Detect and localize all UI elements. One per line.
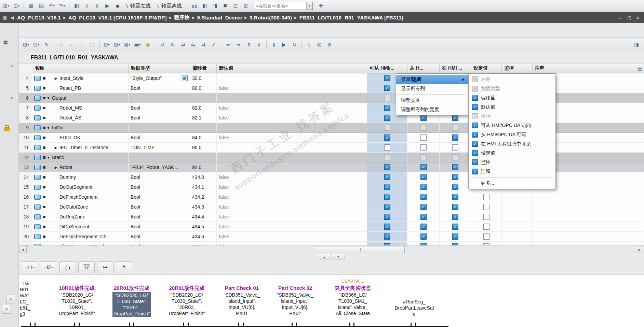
hmi-writable-checkbox[interactable] (420, 154, 427, 160)
horizontal-scrollbar[interactable]: ◀ ▶ (18, 245, 644, 253)
submenu-item[interactable]: ✓默认值 (469, 102, 555, 112)
hmi-visible-checkbox[interactable]: ✓ (452, 214, 458, 220)
search-dropdown-icon[interactable]: ▾ (306, 2, 312, 10)
hmi-accessible-checkbox[interactable]: ✓ (384, 224, 390, 230)
hmi-visible-checkbox[interactable]: ✓ (452, 194, 458, 200)
hmi-writable-checkbox[interactable]: ✓ (420, 224, 427, 230)
window-right-icon[interactable]: ◨ (210, 1, 220, 11)
column-header-name[interactable]: 名称 (32, 63, 129, 73)
new-project-icon[interactable]: ⊞▾ (1, 1, 11, 11)
nav-forward-icon[interactable]: ⇒ (234, 40, 243, 49)
submenu-item[interactable]: ✓从 HMI/OPC UA 可写 (469, 130, 555, 139)
goto-previous-icon[interactable]: ↺ (158, 40, 167, 49)
consistency-check-icon[interactable]: ✓ (209, 40, 218, 49)
column-visibility-checkbox[interactable]: ✓ (472, 159, 478, 165)
hmi-accessible-checkbox[interactable]: ✓ (384, 75, 390, 81)
hmi-accessible-checkbox[interactable]: ✓ (384, 115, 390, 121)
menu-item[interactable]: 显示所有列 (396, 84, 468, 93)
submenu-item[interactable]: ✓设定值 (469, 148, 555, 158)
hmi-writable-checkbox[interactable] (420, 134, 427, 141)
column-header-setpoint[interactable]: 设定值 (471, 63, 502, 73)
column-header-hmi-writable[interactable]: 从 H... (407, 63, 440, 73)
hmi-accessible-checkbox[interactable] (384, 154, 390, 160)
no-contact-button[interactable]: ⊣ ⊢ (22, 261, 38, 273)
column-visibility-checkbox[interactable]: ✓ (472, 104, 478, 110)
start-cpu-icon[interactable]: ▶ (103, 1, 112, 11)
monitoring-glasses-icon[interactable]: ◎ (314, 40, 324, 49)
hmi-visible-checkbox[interactable] (452, 154, 458, 160)
table-row[interactable]: 21DiDoSegment_CheckBool434.7false✓✓✓ (18, 242, 644, 245)
ladder-element[interactable]: 20R01放件完成"SDB2020_LG/TL030_State"."20R02… (162, 285, 212, 316)
menu-item[interactable]: 调整宽度 (396, 96, 468, 105)
hmi-visible-checkbox[interactable]: ✓ (452, 164, 458, 170)
hmi-accessible-checkbox[interactable] (384, 125, 390, 131)
submenu-item[interactable]: ✓偏移量 (469, 93, 555, 102)
submenu-item[interactable]: ✓监控 (469, 158, 555, 167)
table-row[interactable]: 18DoReqZoneBool434.4false✓✓✓ (18, 212, 644, 222)
ladder-element[interactable]: Part Check 01"SDB351_Valve_Island_Input"… (215, 285, 268, 316)
search-input[interactable] (254, 3, 306, 9)
go-online-button[interactable]: ϟ转至在线 (123, 2, 153, 10)
open-branch-button[interactable]: ↦ (97, 261, 113, 273)
submenu-item[interactable]: 保持 (469, 112, 555, 121)
hmi-accessible-checkbox[interactable] (384, 144, 390, 151)
hmi-accessible-checkbox[interactable]: ✓ (384, 204, 390, 210)
hmi-visible-checkbox[interactable]: ✓ (452, 174, 458, 180)
hmi-writable-checkbox[interactable]: ✓ (420, 174, 427, 180)
setpoint-checkbox[interactable] (483, 224, 489, 230)
split-vertical-icon[interactable]: ⊞ (241, 1, 251, 11)
ladder-element[interactable]: #RunSeg_DropPartLeaveSafe (384, 285, 445, 317)
hmi-visible-checkbox[interactable] (452, 125, 458, 131)
collapse-networks-icon[interactable]: ≡ (56, 40, 66, 49)
breadcrumb-item[interactable]: AQ_PLC10_V15.1 [CPU 1516F-3 PN/DP] (68, 15, 167, 20)
insert-row-icon[interactable]: ⊞▾ (102, 40, 111, 49)
ladder-element[interactable]: 10R01放件完成"SDB2020_LG/TL030_State"."10R01… (51, 285, 103, 316)
column-visibility-checkbox[interactable]: ✓ (472, 123, 478, 128)
breadcrumb-item[interactable]: 5.Standad_Device (197, 15, 242, 20)
column-visibility-checkbox[interactable]: ✓ (472, 86, 478, 91)
breadcrumb-item[interactable]: AQ_PLC10_V15.1 (17, 15, 61, 20)
scroll-left-icon[interactable]: ◀ (19, 246, 27, 253)
hmi-accessible-checkbox[interactable] (384, 95, 390, 101)
rename-icon[interactable]: ✎ (42, 40, 51, 49)
add-row-icon[interactable]: ⊞▾ (112, 40, 122, 49)
nav-back-icon[interactable]: ⇐ (224, 40, 233, 49)
column-header-offset[interactable]: 偏移量 (190, 63, 217, 73)
setpoint-checkbox[interactable] (483, 204, 489, 210)
submenu-item[interactable]: ✓在 HMI 工程组态中可见 (469, 139, 555, 148)
submenu-item[interactable]: 更多... (469, 179, 555, 188)
enable-outputs-icon[interactable]: ▶ (279, 40, 289, 49)
undo-icon[interactable]: ↶▾ (47, 1, 56, 11)
breadcrumb-item[interactable]: 程序块 (174, 14, 190, 21)
nav-up-icon[interactable]: ⇑ (244, 40, 254, 49)
setpoint-checkbox[interactable] (483, 194, 489, 200)
hmi-accessible-checkbox[interactable]: ✓ (384, 85, 390, 91)
scroll-right-icon[interactable]: ▶ (636, 246, 643, 253)
close-editor-icon[interactable]: ✖ (220, 1, 230, 11)
empty-box-button[interactable]: ?? (78, 261, 95, 273)
snapshot-icon[interactable]: ◉ (143, 40, 152, 49)
column-visibility-checkbox[interactable]: ✓ (472, 150, 478, 156)
submenu-item[interactable]: ✓注释 (469, 167, 555, 176)
ladder-element[interactable]: DBX8790.1夹具全夹紧状态"IDB366_LG/TL030_SM1_Isl… (322, 285, 384, 316)
maximize-editor-icon[interactable]: ◨ (632, 40, 641, 49)
expand-arrow-icon[interactable]: ▶ (53, 146, 59, 150)
nc-contact-button[interactable]: ⊣/⊢ (41, 261, 57, 273)
column-visibility-checkbox[interactable]: ✓ (472, 169, 478, 174)
hmi-visible-checkbox[interactable]: ✓ (452, 134, 458, 141)
column-visibility-checkbox[interactable]: ✓ (472, 132, 478, 138)
column-visibility-checkbox[interactable] (472, 113, 478, 119)
restore-button[interactable]: □ (628, 15, 631, 20)
collapse-arrow-icon[interactable]: ▼ (45, 156, 51, 159)
hmi-accessible-checkbox[interactable]: ✓ (384, 105, 390, 111)
hmi-writable-checkbox[interactable]: ✓ (420, 194, 427, 200)
find-replace-icon[interactable]: ab (190, 1, 199, 11)
cross-reference2-icon[interactable]: ⇆ (188, 40, 198, 49)
redo-icon[interactable]: ↷▾ (57, 1, 67, 11)
column-header-comment[interactable]: 注释 (533, 63, 644, 73)
breadcrumb-item[interactable]: FB311_LG/TL010_R01_YASKAWA [FB311] (299, 15, 403, 20)
save-project-icon[interactable]: ▦ (26, 1, 36, 11)
cross-reference-icon[interactable]: ⇄ (178, 40, 188, 49)
ladder-element[interactable]: Part Check 02"SDB351_Valve_Island_Input"… (269, 285, 322, 316)
submenu-item[interactable]: ✓数据类型 (469, 84, 555, 93)
